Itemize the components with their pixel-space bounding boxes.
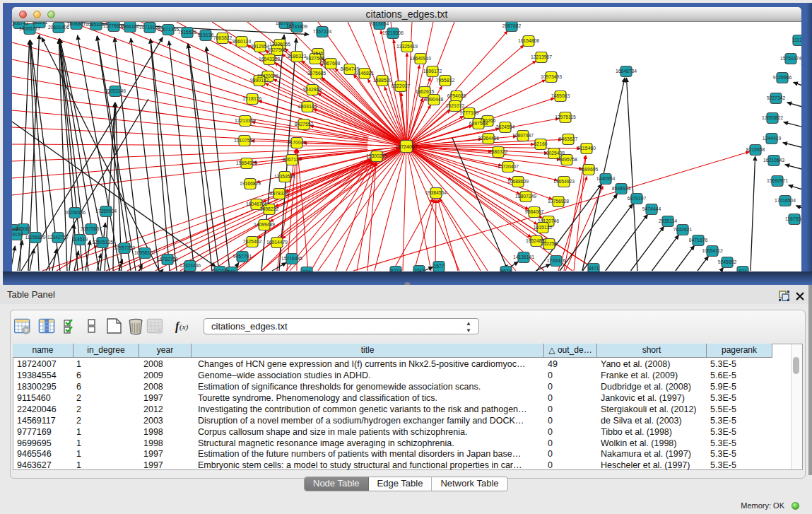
svg-text:6879197: 6879197 — [628, 196, 647, 201]
svg-text:2967608: 2967608 — [322, 61, 341, 66]
svg-text:16210643: 16210643 — [763, 158, 784, 163]
svg-text:2087682: 2087682 — [502, 23, 522, 28]
svg-text:9327508: 9327508 — [306, 56, 325, 61]
svg-text:1588520: 1588520 — [373, 78, 392, 83]
svg-text:8471676: 8471676 — [689, 238, 708, 243]
svg-text:19384554: 19384554 — [425, 190, 447, 195]
svg-text:9146821: 9146821 — [355, 71, 375, 76]
svg-text:8223: 8223 — [390, 269, 401, 271]
svg-text:19654923: 19654923 — [553, 179, 575, 184]
svg-text:10107554: 10107554 — [234, 138, 255, 143]
svg-text:9674: 9674 — [500, 269, 511, 271]
svg-text:935061: 935061 — [16, 226, 32, 231]
svg-text:8938923: 8938923 — [612, 186, 631, 191]
svg-text:1546: 1546 — [312, 51, 323, 56]
svg-text:16543362: 16543362 — [259, 57, 280, 62]
svg-text:9327503: 9327503 — [268, 47, 287, 52]
svg-text:39154: 39154 — [12, 232, 23, 237]
svg-text:10688609: 10688609 — [507, 179, 529, 184]
svg-text:1362615: 1362615 — [416, 89, 435, 94]
svg-text:1577: 1577 — [433, 264, 444, 269]
svg-text:20206536: 20206536 — [64, 210, 86, 215]
svg-text:8912954: 8912954 — [251, 44, 270, 49]
svg-text:1608741: 1608741 — [12, 22, 28, 25]
svg-text:13325419: 13325419 — [396, 44, 418, 49]
svg-text:10958107: 10958107 — [134, 250, 155, 255]
svg-text:1043: 1043 — [413, 268, 424, 271]
svg-text:1440954: 1440954 — [596, 176, 616, 181]
svg-text:12353594: 12353594 — [274, 174, 295, 179]
svg-text:20053346: 20053346 — [105, 88, 126, 93]
svg-text:12323446: 12323446 — [180, 263, 201, 268]
svg-text:16914479: 16914479 — [266, 240, 288, 245]
svg-text:20691406: 20691406 — [48, 25, 69, 30]
svg-text:9227342: 9227342 — [767, 95, 786, 100]
svg-text:15720407: 15720407 — [498, 164, 519, 169]
svg-text:252254: 252254 — [541, 241, 558, 246]
svg-text:3675685: 3675685 — [307, 71, 326, 76]
svg-text:9115460: 9115460 — [577, 146, 596, 151]
svg-text:12975115: 12975115 — [555, 115, 576, 119]
svg-text:7485063: 7485063 — [551, 93, 570, 98]
svg-text:16671355: 16671355 — [158, 27, 179, 32]
svg-text:7357224: 7357224 — [313, 29, 332, 34]
svg-text:7515526: 7515526 — [178, 30, 197, 35]
svg-text:10973493: 10973493 — [541, 74, 562, 79]
svg-text:3498222: 3498222 — [260, 206, 279, 211]
svg-text:16154808: 16154808 — [518, 38, 539, 43]
svg-text:16782759: 16782759 — [157, 257, 178, 262]
svg-text:12213369: 12213369 — [235, 118, 256, 123]
svg-text:2803144: 2803144 — [298, 104, 317, 109]
svg-text:915136: 915136 — [198, 33, 214, 37]
svg-text:8471: 8471 — [588, 266, 599, 271]
svg-text:12505135: 12505135 — [92, 240, 113, 245]
svg-text:8990448: 8990448 — [425, 97, 444, 102]
svg-text:1167534: 1167534 — [785, 216, 801, 221]
svg-text:15716485: 15716485 — [281, 256, 302, 261]
svg-text:1615132: 1615132 — [534, 225, 553, 230]
svg-text:9245652: 9245652 — [718, 259, 737, 264]
svg-text:9890112: 9890112 — [250, 78, 269, 83]
svg-text:19166829: 19166829 — [240, 181, 261, 186]
svg-text:62160: 62160 — [534, 141, 548, 146]
svg-text:124: 124 — [302, 269, 311, 271]
svg-text:8660124: 8660124 — [233, 39, 252, 44]
svg-text:9463627: 9463627 — [559, 136, 578, 141]
svg-text:15751074: 15751074 — [780, 56, 801, 61]
svg-text:8186323: 8186323 — [288, 54, 307, 59]
svg-text:16120746: 16120746 — [538, 218, 559, 223]
svg-text:17359934: 17359934 — [95, 209, 117, 214]
svg-text:12342757: 12342757 — [47, 235, 69, 240]
svg-text:9777169: 9777169 — [460, 110, 479, 115]
svg-text:2718176: 2718176 — [243, 96, 262, 101]
svg-text:1808881: 1808881 — [67, 22, 86, 26]
svg-text:8215958: 8215958 — [746, 147, 765, 152]
svg-text:8813054: 8813054 — [370, 22, 389, 26]
svg-text:11156829: 11156829 — [25, 235, 45, 240]
svg-text:17957253: 17957253 — [114, 245, 135, 250]
svg-text:19218506: 19218506 — [382, 30, 404, 35]
svg-text:986291: 986291 — [32, 22, 48, 25]
svg-text:11124: 11124 — [792, 37, 801, 42]
svg-text:20364486: 20364486 — [478, 136, 499, 141]
svg-text:7625402: 7625402 — [243, 239, 262, 244]
svg-text:14055717: 14055717 — [19, 26, 40, 31]
svg-text:1292346: 1292346 — [211, 269, 230, 271]
svg-text:9242848: 9242848 — [303, 87, 322, 92]
svg-text:9084067: 9084067 — [525, 209, 544, 214]
svg-text:18724007: 18724007 — [395, 144, 417, 149]
svg-text:969: 969 — [228, 269, 236, 271]
svg-text:18807249: 18807249 — [515, 194, 536, 199]
svg-text:18640910: 18640910 — [410, 56, 431, 61]
svg-text:10807487: 10807487 — [512, 133, 534, 138]
svg-text:12093822: 12093822 — [762, 115, 783, 120]
svg-text:924: 924 — [739, 269, 747, 271]
svg-text:8322037: 8322037 — [392, 83, 411, 88]
svg-text:15692971: 15692971 — [767, 178, 788, 183]
svg-text:114519: 114519 — [72, 237, 88, 242]
svg-text:30975867: 30975867 — [81, 226, 102, 231]
svg-text:17016504: 17016504 — [775, 198, 796, 203]
svg-text:7632621: 7632621 — [673, 227, 693, 232]
svg-text:1621072: 1621072 — [446, 103, 465, 108]
svg-text:9457791: 9457791 — [233, 254, 252, 259]
